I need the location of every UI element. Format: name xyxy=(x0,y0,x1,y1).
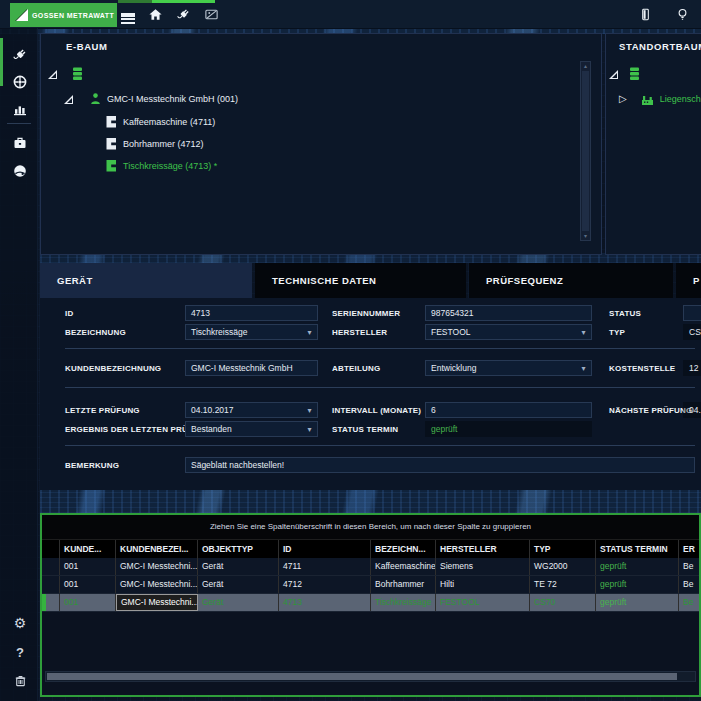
column-header-typ[interactable]: TYP xyxy=(530,540,596,558)
status-termin-field: geprüft xyxy=(425,421,592,437)
etree-company-row[interactable]: GMC-I Messtechnik GmbH (001) xyxy=(64,91,238,107)
table-row[interactable]: 001 GMC-I Messtechni... Gerät 4712 Bohrh… xyxy=(42,576,699,594)
bezeichnung-dropdown[interactable]: Tischkreissäge ▾ xyxy=(185,324,318,340)
etree-scrollbar[interactable]: ▴ ▾ xyxy=(580,61,591,241)
ergebnis-dropdown[interactable]: Bestanden ▾ xyxy=(185,421,318,437)
hint-button[interactable] xyxy=(671,3,693,25)
seriennummer-field[interactable]: 987654321 xyxy=(425,305,592,321)
tab-pruefsequenz[interactable]: PRÜFSEQUENZ xyxy=(469,263,673,298)
image-button[interactable] xyxy=(200,3,222,25)
battery-button[interactable] xyxy=(634,3,656,25)
bar-chart-icon xyxy=(12,101,28,117)
cell-status-termin: geprüft xyxy=(596,576,679,593)
logo-text: GOSSEN METRAWATT xyxy=(32,12,114,19)
nav-locations-button[interactable] xyxy=(10,161,30,181)
topbar: GOSSEN METRAWATT xyxy=(0,0,701,29)
row-indicator-header xyxy=(42,540,60,558)
expand-open-icon[interactable] xyxy=(609,70,618,79)
expand-open-icon[interactable] xyxy=(48,70,57,79)
form-separator xyxy=(65,445,695,446)
tree-item-label: Liegensch xyxy=(660,94,701,104)
kundenbezeichnung-label: KUNDENBEZEICHNUNG xyxy=(65,364,161,373)
locationtree-root-row[interactable] xyxy=(609,66,640,82)
nav-dashboard-button[interactable] xyxy=(10,72,30,92)
cell-typ: CS70 xyxy=(530,594,596,611)
plug-icon xyxy=(12,47,28,63)
table-row[interactable]: 001 GMC-I Messtechni... Gerät 4711 Kaffe… xyxy=(42,558,699,576)
etree-device-row-3-selected[interactable]: Tischkreissäge (4713) * xyxy=(105,158,217,174)
nav-statistics-button[interactable] xyxy=(10,99,30,119)
scroll-up-icon[interactable]: ▴ xyxy=(581,62,590,70)
column-header-bezeichnung[interactable]: BEZEICHN... xyxy=(371,540,436,558)
cell-ergebnis: Be xyxy=(679,558,701,575)
plug-icon xyxy=(176,7,191,22)
connector-button[interactable] xyxy=(172,3,194,25)
intervall-field[interactable]: 6 xyxy=(425,402,592,418)
column-header-id[interactable]: ID xyxy=(279,540,371,558)
status-field[interactable] xyxy=(683,305,701,321)
typ-field[interactable]: CS7 xyxy=(683,324,701,340)
settings-button[interactable]: ⚙ xyxy=(10,613,30,633)
cell-id: 4713 xyxy=(279,594,371,611)
tab-technische-daten[interactable]: TECHNISCHE DATEN xyxy=(255,263,466,298)
scroll-down-icon[interactable]: ▾ xyxy=(581,232,590,240)
row-indicator xyxy=(42,576,60,593)
tab-pruefungen[interactable]: P xyxy=(676,263,701,298)
scrollbar-thumb[interactable] xyxy=(47,673,677,680)
wheel-icon xyxy=(12,74,28,90)
active-nav-indicator xyxy=(0,38,3,86)
intervall-label: INTERVALL (MONATE) xyxy=(332,406,421,415)
sidebar: ⚙ ? xyxy=(0,28,38,701)
home-icon xyxy=(148,7,163,22)
chevron-down-icon[interactable]: ▾ xyxy=(304,423,315,435)
cell-ergebnis: Be xyxy=(679,576,701,593)
locationtree-title: STANDORTBAUM xyxy=(619,41,701,52)
hersteller-dropdown[interactable]: FESTOOL ▾ xyxy=(425,324,592,340)
tree-item-label: GMC-I Messtechnik GmbH (001) xyxy=(107,94,238,104)
column-header-kundenbezeichnung[interactable]: KUNDENBEZEI... xyxy=(116,540,198,558)
letzte-pruefung-dropdown[interactable]: 04.10.2017 ▾ xyxy=(185,402,318,418)
chevron-down-icon[interactable]: ▾ xyxy=(304,326,315,338)
menu-button[interactable] xyxy=(117,3,139,25)
etree-device-row-2[interactable]: Bohrhammer (4712) xyxy=(105,136,204,152)
question-icon: ? xyxy=(16,646,24,659)
hamburger-icon xyxy=(121,13,135,15)
grid-group-drop-zone[interactable]: Ziehen Sie eine Spaltenüberschrift in di… xyxy=(42,515,699,540)
home-button[interactable] xyxy=(144,3,166,25)
row-indicator xyxy=(42,558,60,575)
nav-inventory-button[interactable] xyxy=(10,133,30,153)
typ-label: TYP xyxy=(609,328,625,337)
table-row-selected[interactable]: 001 GMC-I Messtechni... Gerät 4713 Tisch… xyxy=(42,594,699,612)
column-header-status-termin[interactable]: STATUS TERMIN xyxy=(596,540,679,558)
column-header-ergebnis[interactable]: ER xyxy=(679,540,701,558)
grid-header-row: KUNDE... KUNDENBEZEI... OBJEKTTYP ID BEZ… xyxy=(42,540,699,558)
id-field[interactable]: 4713 xyxy=(185,305,318,321)
abteilung-dropdown[interactable]: Entwicklung ▾ xyxy=(425,360,592,376)
locationtree-item-row[interactable]: ▷ Liegensch xyxy=(619,91,701,107)
grid-horizontal-scrollbar[interactable] xyxy=(45,671,696,682)
naechste-pruefung-field[interactable]: 04. xyxy=(683,402,701,418)
scrollbar-thumb[interactable] xyxy=(582,71,589,231)
tab-geraet[interactable]: GERÄT xyxy=(40,263,252,298)
trash-button[interactable] xyxy=(10,670,30,690)
help-button[interactable]: ? xyxy=(10,642,30,662)
cell-kundenbezeichnung-focused[interactable]: GMC-I Messtechni... xyxy=(116,594,198,611)
kundenbezeichnung-field[interactable]: GMC-I Messtechnik GmbH xyxy=(185,360,318,376)
chevron-down-icon[interactable]: ▾ xyxy=(578,362,589,374)
chevron-down-icon[interactable]: ▾ xyxy=(578,326,589,338)
expand-open-icon[interactable] xyxy=(64,95,73,104)
building-icon xyxy=(641,93,654,106)
kostenstelle-field[interactable]: 12 xyxy=(683,360,701,376)
column-header-kunde[interactable]: KUNDE... xyxy=(60,540,116,558)
etree-root-row[interactable] xyxy=(48,66,83,82)
bemerkung-field[interactable]: Sägeblatt nachbestellen! xyxy=(185,457,695,473)
nav-tester-button[interactable] xyxy=(10,45,30,65)
column-header-objekttyp[interactable]: OBJEKTTYP xyxy=(198,540,279,558)
chevron-down-icon[interactable]: ▾ xyxy=(304,404,315,416)
abteilung-label: ABTEILUNG xyxy=(332,364,380,373)
cell-hersteller: Hilti xyxy=(436,576,530,593)
id-label: ID xyxy=(65,309,73,318)
etree-device-row-1[interactable]: Kaffeemaschine (4711) xyxy=(105,114,215,130)
expand-closed-icon[interactable]: ▷ xyxy=(619,94,627,104)
column-header-hersteller[interactable]: HERSTELLER xyxy=(436,540,530,558)
